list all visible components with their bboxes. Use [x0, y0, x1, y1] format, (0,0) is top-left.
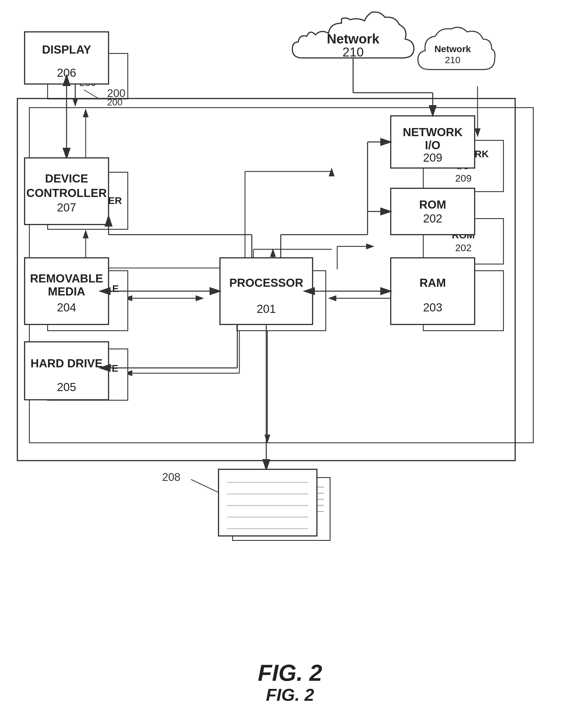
device-controller-box: DEVICECONTROLLER 207: [47, 172, 128, 230]
display-number: 206: [80, 77, 96, 88]
network-cloud: Network 210: [406, 23, 499, 87]
svg-text:Network: Network: [435, 44, 471, 54]
display-box: DISPLAY 206: [47, 53, 128, 99]
svg-text:210: 210: [445, 55, 460, 65]
doc-line-1: [239, 487, 324, 488]
ram-number: 203: [455, 302, 472, 313]
rom-box: ROM 202: [423, 218, 504, 264]
display-label: DISPLAY: [67, 64, 109, 76]
network-io-label: NETWORKI/O: [438, 148, 489, 172]
network-io-box: NETWORKI/O 209: [423, 140, 504, 192]
processor-number: 201: [273, 302, 290, 313]
removable-media-number: 204: [80, 307, 96, 319]
fig-caption: FIG. 2: [266, 685, 314, 705]
ram-box: RAM 203: [423, 270, 504, 331]
removable-media-box: REMOVABLEMEDIA 204: [47, 270, 128, 331]
device-controller-number: 207: [80, 207, 96, 219]
doc-line-5: [239, 511, 324, 512]
device-controller-label: DEVICECONTROLLER: [54, 183, 122, 207]
hard-drive-number: 205: [80, 375, 96, 387]
hard-drive-box: HARD DRIVE 205: [47, 348, 128, 401]
diagram: Network 210 200: [17, 11, 563, 670]
processor-label: PROCESSOR: [250, 289, 312, 301]
doc-line-3: [239, 499, 324, 500]
removable-media-label: REMOVABLEMEDIA: [57, 283, 119, 307]
doc-line-2: [239, 493, 324, 494]
rom-label: ROM: [452, 229, 475, 241]
ram-label: RAM: [452, 289, 474, 301]
system-box-200: DISPLAY 206 DEVICECONTROLLER 207 NETWORK…: [29, 107, 534, 443]
doc-line-4: [239, 505, 324, 506]
hard-drive-label: HARD DRIVE: [57, 362, 118, 374]
network-io-number: 209: [455, 173, 472, 184]
processor-box: PROCESSOR 201: [237, 270, 326, 331]
rom-number: 202: [455, 242, 472, 254]
storage-doc-box: [232, 477, 331, 541]
